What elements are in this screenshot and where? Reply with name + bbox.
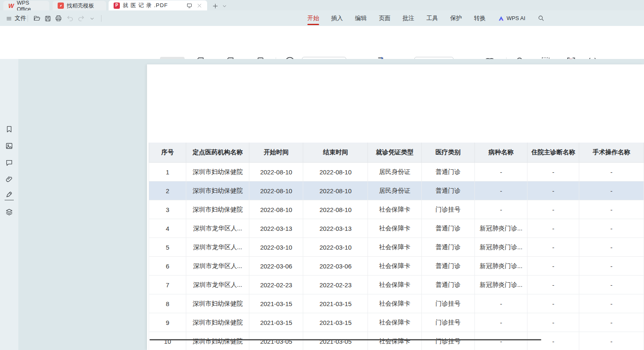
table-cell: - [475, 332, 527, 350]
file-menu-button[interactable]: 文件 [4, 13, 28, 23]
table-row: 5深圳市龙华区人...2022-03-102022-03-10社会保障卡普通门诊… [149, 238, 644, 257]
table-cell: 居民身份证 [368, 163, 421, 181]
quick-access-more-button[interactable] [88, 14, 96, 23]
table-cell: 普通门诊 [421, 181, 475, 200]
undo-button[interactable] [66, 14, 74, 23]
table-cell: 8 [149, 294, 186, 313]
table-cell: 门诊挂号 [421, 294, 475, 313]
redo-button[interactable] [77, 14, 85, 23]
column-header: 住院主诊断名称 [527, 143, 579, 163]
divider [101, 15, 101, 22]
table-cell: 9 [149, 313, 186, 332]
plus-icon [212, 3, 218, 9]
divider [28, 15, 28, 22]
bookmarks-icon[interactable] [5, 125, 13, 133]
table-cell: 2022-08-10 [249, 200, 303, 219]
table-body: 1深圳市妇幼保健院2022-08-102022-08-10居民身份证普通门诊--… [149, 163, 644, 350]
table-cell: 社会保障卡 [368, 313, 421, 332]
table-cell: 2021-03-15 [303, 313, 368, 332]
tab-annotate[interactable]: 批注 [403, 10, 414, 26]
table-cell: - [579, 332, 644, 350]
tab-page[interactable]: 页面 [379, 10, 390, 26]
table-cell: - [475, 294, 527, 313]
table-cell: 社会保障卡 [368, 294, 421, 313]
table-cell: 深圳市妇幼保健院 [186, 200, 249, 219]
thumbnails-icon[interactable] [5, 142, 13, 150]
column-header: 病种名称 [475, 143, 527, 163]
file-menu-label: 文件 [15, 15, 26, 22]
table-cell: - [475, 163, 527, 181]
ribbon-toolbar: 手型 选择 W PDF转换 输出为图片 拆分合并 [0, 26, 644, 59]
table-cell: 门诊挂号 [421, 313, 475, 332]
table-cell: - [527, 163, 579, 181]
table-cell: 新冠肺炎门诊... [475, 276, 527, 294]
table-cell: 2022-08-10 [303, 163, 368, 181]
table-row: 3深圳市妇幼保健院2022-08-102022-08-10社会保障卡门诊挂号--… [149, 200, 644, 219]
signature-pen-icon[interactable] [5, 190, 13, 199]
tab-protect[interactable]: 保护 [450, 10, 462, 26]
table-cell: 2021-03-15 [249, 313, 303, 332]
attachment-icon[interactable] [5, 175, 13, 184]
table-row: 4深圳市龙华区人...2022-03-132022-03-13社会保障卡普通门诊… [149, 219, 644, 238]
tab-insert[interactable]: 插入 [331, 10, 343, 26]
column-header: 手术操作名称 [579, 143, 644, 163]
column-header: 开始时间 [249, 143, 303, 163]
table-cell: 7 [149, 276, 186, 294]
search-icon[interactable] [538, 15, 545, 22]
column-header: 就诊凭证类型 [368, 143, 421, 163]
folder-open-icon [33, 15, 41, 22]
comments-icon[interactable] [5, 158, 13, 167]
ribbon-tabs: 开始 插入 编辑 页面 批注 工具 保护 转换 WPS AI [307, 10, 545, 26]
table-cell: 普通门诊 [421, 163, 475, 181]
table-row: 9深圳市妇幼保健院2021-03-152021-03-15社会保障卡门诊挂号--… [149, 313, 644, 332]
table-cell: 社会保障卡 [368, 219, 421, 238]
table-cell: 社会保障卡 [368, 257, 421, 276]
layers-icon[interactable] [5, 208, 13, 216]
tab-tools[interactable]: 工具 [426, 10, 438, 26]
tab-list-button[interactable] [220, 1, 229, 10]
table-row: 8深圳市妇幼保健院2021-03-152021-03-15社会保障卡门诊挂号--… [149, 294, 644, 313]
open-file-button[interactable] [33, 14, 41, 23]
table-cell: 普通门诊 [421, 219, 475, 238]
table-cell: - [579, 181, 644, 200]
table-cell: - [527, 219, 579, 238]
new-tab-button[interactable] [210, 1, 220, 10]
table-row: 6深圳市龙华区人...2022-03-062022-03-06社会保障卡普通门诊… [149, 257, 644, 276]
close-tab-icon[interactable] [197, 3, 202, 8]
table-cell: 社会保障卡 [368, 276, 421, 294]
tab-home[interactable]: 开始 [307, 10, 319, 26]
table-cell: - [579, 219, 644, 238]
tab-convert[interactable]: 转换 [474, 10, 486, 26]
table-cell: 新冠肺炎门诊... [475, 257, 527, 276]
table-cell: 2021-03-05 [249, 332, 303, 350]
tab-wps-home[interactable]: W WPS Office [3, 1, 49, 10]
table-cell: - [579, 257, 644, 276]
print-button[interactable] [54, 14, 63, 23]
table-cell: 深圳市妇幼保健院 [186, 332, 249, 350]
wps-ai-button[interactable]: WPS AI [498, 15, 525, 22]
printer-icon [55, 15, 62, 22]
table-cell: - [579, 276, 644, 294]
table-cell: 社会保障卡 [368, 238, 421, 257]
table-cell: - [475, 200, 527, 219]
table-cell: 普通门诊 [421, 276, 475, 294]
document-title: 就 医 记 录 .PDF [123, 2, 183, 9]
save-button[interactable] [43, 14, 52, 23]
column-header: 医疗类别 [421, 143, 475, 163]
left-panel-bar [0, 59, 18, 350]
table-cell: - [527, 257, 579, 276]
table-cell: 门诊挂号 [421, 200, 475, 219]
save-icon [44, 15, 51, 22]
cast-screen-icon[interactable] [186, 3, 193, 9]
table-cell: - [579, 163, 644, 181]
table-horizontal-scrollbar[interactable] [150, 339, 541, 340]
table-row: 10深圳市妇幼保健院2021-03-052021-03-05社会保障卡门诊挂号-… [149, 332, 644, 350]
tab-document[interactable]: P 就 医 记 录 .PDF [109, 0, 207, 10]
column-header: 结束时间 [303, 143, 368, 163]
table-cell: 普通门诊 [421, 257, 475, 276]
table-cell: 深圳市妇幼保健院 [186, 313, 249, 332]
wps-ai-label: WPS AI [507, 15, 525, 21]
signature-underline [5, 200, 14, 200]
tab-docer[interactable]: 找稻壳模板 [53, 1, 106, 10]
tab-edit[interactable]: 编辑 [355, 10, 367, 26]
